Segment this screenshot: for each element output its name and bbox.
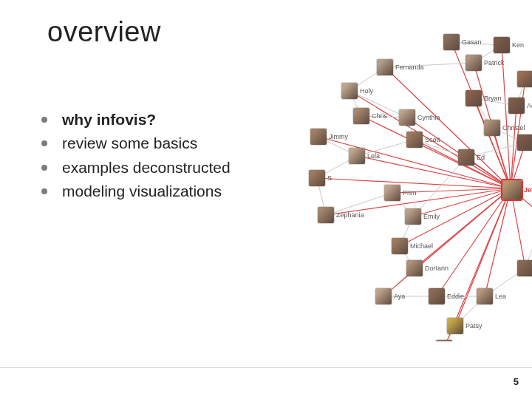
network-node: Lela: [349, 148, 380, 164]
node-label: Jeff: [524, 186, 532, 194]
network-node: Gasan: [443, 34, 482, 50]
network-node: DorIann: [406, 260, 449, 276]
node-label: Jimmy: [329, 133, 348, 140]
node-label: Scott: [425, 136, 440, 143]
node-label: Patrick: [484, 59, 505, 66]
node-label: Cynthia: [417, 114, 440, 121]
network-node: [436, 340, 452, 341]
node-label: Christel: [502, 124, 525, 132]
network-node: Patsy: [447, 318, 482, 334]
network-node: S: [309, 170, 332, 186]
node-label: Prim: [403, 189, 417, 197]
avatar: [310, 129, 327, 145]
network-node: Holy: [341, 83, 373, 99]
network-node: Zephania: [318, 207, 364, 223]
bullet-icon: [41, 165, 47, 171]
network-node: Ed: [458, 149, 485, 166]
avatar: [377, 59, 393, 75]
footer-rule: [0, 367, 532, 368]
network-node: Leeh: [517, 260, 532, 276]
node-label: Gasan: [462, 38, 482, 46]
svg-line-23: [511, 188, 525, 268]
avatar: [458, 149, 474, 166]
node-label: Bryan: [484, 95, 502, 102]
avatar: [429, 288, 445, 304]
node-label: Eddie: [447, 293, 464, 300]
node-label: Zephania: [336, 211, 364, 219]
bullet-icon: [41, 188, 47, 194]
svg-line-58: [413, 157, 466, 216]
avatar: [384, 185, 400, 201]
node-label: Aya: [394, 293, 405, 300]
svg-line-7: [511, 106, 516, 188]
avatar: [375, 288, 392, 304]
network-node: Scott: [406, 132, 440, 148]
network-node: Lea: [477, 288, 506, 304]
node-label: Emily: [423, 213, 440, 220]
network-node: Bryan: [466, 90, 502, 106]
bullet-item: modeling visualizations: [41, 181, 231, 202]
avatar: [517, 134, 532, 151]
bullet-item: review some basics: [41, 133, 231, 154]
network-node: Jeff: [502, 180, 532, 200]
bullet-item: examples deconstructed: [41, 157, 231, 178]
network-node: Fernanda: [377, 59, 424, 75]
avatar: [436, 340, 452, 341]
avatar: [353, 108, 369, 124]
node-label: Holy: [360, 87, 373, 95]
network-node: Ken: [494, 37, 524, 53]
network-graphic: GasanKenPatrickFernandaJovietteHolyBryan…: [296, 24, 532, 341]
node-label: Lela: [367, 152, 380, 160]
avatar: [341, 83, 358, 99]
network-node: Joviette: [517, 71, 532, 87]
bullet-icon: [41, 117, 47, 123]
network-node: Mark: [517, 134, 532, 151]
network-node: Jimmy: [310, 129, 348, 145]
avatar: [494, 37, 510, 53]
bullet-text: review some basics: [62, 133, 197, 154]
avatar: [466, 90, 482, 106]
node-label: S: [327, 174, 332, 182]
node-label: Ed: [477, 154, 485, 161]
network-node: Aya: [375, 288, 405, 304]
page-number: 5: [514, 376, 519, 387]
network-node: Michael: [392, 238, 433, 254]
network-node: Christel: [484, 120, 525, 136]
node-label: DorIann: [425, 265, 449, 272]
avatar: [447, 318, 463, 334]
avatar: [502, 180, 522, 200]
node-label: Lea: [495, 293, 506, 300]
avatar: [349, 148, 365, 164]
node-label: Michael: [410, 242, 433, 250]
slide-title: overview: [47, 16, 161, 48]
avatar: [477, 288, 493, 304]
node-label: Patsy: [466, 322, 482, 330]
network-node: Emily: [405, 208, 440, 225]
avatar: [517, 71, 532, 87]
network-node: Adam: [508, 98, 532, 114]
avatar: [466, 55, 482, 71]
network-node: Prim: [384, 185, 417, 201]
avatar: [405, 208, 421, 225]
bullet-icon: [41, 140, 47, 146]
bullet-item: why infovis?: [41, 109, 231, 130]
avatar: [406, 132, 423, 148]
node-label: Chris: [372, 112, 387, 120]
avatar: [392, 238, 408, 254]
avatar: [517, 260, 532, 276]
node-label: Adam: [527, 102, 532, 109]
avatar: [443, 34, 460, 50]
node-label: Ken: [512, 41, 524, 49]
network-node: Cynthia: [399, 109, 440, 126]
avatar: [508, 98, 525, 114]
bullet-text: modeling visualizations: [62, 181, 222, 202]
bullet-list: why infovis?review some basicsexamples d…: [41, 109, 231, 205]
avatar: [318, 207, 334, 223]
avatar: [406, 260, 423, 276]
bullet-text: examples deconstructed: [62, 157, 231, 178]
avatar: [309, 170, 325, 186]
network-node: Chris: [353, 108, 387, 124]
avatar: [399, 109, 415, 126]
avatar: [484, 120, 500, 136]
network-node: Patrick: [466, 55, 505, 71]
